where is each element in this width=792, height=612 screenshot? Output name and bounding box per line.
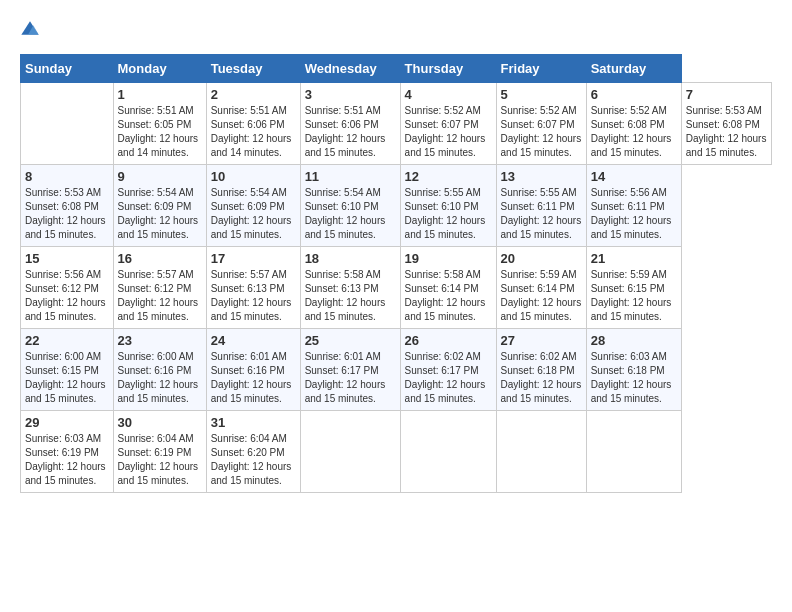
cell-info: Sunrise: 6:03 AMSunset: 6:19 PMDaylight:… — [25, 433, 106, 486]
cell-date: 4 — [405, 87, 492, 102]
cell-date: 25 — [305, 333, 396, 348]
cell-info: Sunrise: 5:53 AMSunset: 6:08 PMDaylight:… — [686, 105, 767, 158]
cell-date: 28 — [591, 333, 677, 348]
calendar-cell — [21, 83, 114, 165]
cell-info: Sunrise: 6:03 AMSunset: 6:18 PMDaylight:… — [591, 351, 672, 404]
calendar-cell: 13 Sunrise: 5:55 AMSunset: 6:11 PMDaylig… — [496, 165, 586, 247]
col-friday: Friday — [496, 55, 586, 83]
cell-date: 14 — [591, 169, 677, 184]
calendar-cell: 2 Sunrise: 5:51 AMSunset: 6:06 PMDayligh… — [206, 83, 300, 165]
cell-date: 13 — [501, 169, 582, 184]
cell-date: 3 — [305, 87, 396, 102]
cell-date: 16 — [118, 251, 202, 266]
cell-date: 30 — [118, 415, 202, 430]
calendar-cell: 27 Sunrise: 6:02 AMSunset: 6:18 PMDaylig… — [496, 329, 586, 411]
cell-date: 5 — [501, 87, 582, 102]
calendar-cell: 5 Sunrise: 5:52 AMSunset: 6:07 PMDayligh… — [496, 83, 586, 165]
cell-info: Sunrise: 5:58 AMSunset: 6:13 PMDaylight:… — [305, 269, 386, 322]
calendar-cell: 23 Sunrise: 6:00 AMSunset: 6:16 PMDaylig… — [113, 329, 206, 411]
cell-info: Sunrise: 5:51 AMSunset: 6:05 PMDaylight:… — [118, 105, 199, 158]
cell-info: Sunrise: 6:02 AMSunset: 6:18 PMDaylight:… — [501, 351, 582, 404]
cell-info: Sunrise: 6:00 AMSunset: 6:15 PMDaylight:… — [25, 351, 106, 404]
calendar-cell: 28 Sunrise: 6:03 AMSunset: 6:18 PMDaylig… — [586, 329, 681, 411]
cell-date: 1 — [118, 87, 202, 102]
calendar-cell: 25 Sunrise: 6:01 AMSunset: 6:17 PMDaylig… — [300, 329, 400, 411]
cell-date: 11 — [305, 169, 396, 184]
cell-date: 24 — [211, 333, 296, 348]
col-tuesday: Tuesday — [206, 55, 300, 83]
page-header — [20, 20, 772, 44]
calendar-cell: 20 Sunrise: 5:59 AMSunset: 6:14 PMDaylig… — [496, 247, 586, 329]
cell-info: Sunrise: 5:54 AMSunset: 6:10 PMDaylight:… — [305, 187, 386, 240]
calendar-cell: 19 Sunrise: 5:58 AMSunset: 6:14 PMDaylig… — [400, 247, 496, 329]
calendar-week-row: 8 Sunrise: 5:53 AMSunset: 6:08 PMDayligh… — [21, 165, 772, 247]
cell-info: Sunrise: 5:56 AMSunset: 6:12 PMDaylight:… — [25, 269, 106, 322]
cell-info: Sunrise: 5:52 AMSunset: 6:07 PMDaylight:… — [405, 105, 486, 158]
calendar-cell: 17 Sunrise: 5:57 AMSunset: 6:13 PMDaylig… — [206, 247, 300, 329]
cell-info: Sunrise: 5:52 AMSunset: 6:07 PMDaylight:… — [501, 105, 582, 158]
calendar-cell: 22 Sunrise: 6:00 AMSunset: 6:15 PMDaylig… — [21, 329, 114, 411]
calendar-table: Sunday Monday Tuesday Wednesday Thursday… — [20, 54, 772, 493]
cell-date: 10 — [211, 169, 296, 184]
cell-date: 27 — [501, 333, 582, 348]
calendar-cell: 7 Sunrise: 5:53 AMSunset: 6:08 PMDayligh… — [681, 83, 771, 165]
logo — [20, 20, 44, 44]
cell-info: Sunrise: 5:53 AMSunset: 6:08 PMDaylight:… — [25, 187, 106, 240]
calendar-cell: 9 Sunrise: 5:54 AMSunset: 6:09 PMDayligh… — [113, 165, 206, 247]
calendar-cell: 4 Sunrise: 5:52 AMSunset: 6:07 PMDayligh… — [400, 83, 496, 165]
calendar-cell — [300, 411, 400, 493]
cell-date: 19 — [405, 251, 492, 266]
cell-info: Sunrise: 6:02 AMSunset: 6:17 PMDaylight:… — [405, 351, 486, 404]
calendar-cell: 8 Sunrise: 5:53 AMSunset: 6:08 PMDayligh… — [21, 165, 114, 247]
cell-date: 12 — [405, 169, 492, 184]
cell-date: 7 — [686, 87, 767, 102]
calendar-week-row: 22 Sunrise: 6:00 AMSunset: 6:15 PMDaylig… — [21, 329, 772, 411]
calendar-cell: 11 Sunrise: 5:54 AMSunset: 6:10 PMDaylig… — [300, 165, 400, 247]
cell-date: 18 — [305, 251, 396, 266]
cell-date: 15 — [25, 251, 109, 266]
cell-date: 6 — [591, 87, 677, 102]
calendar-cell: 15 Sunrise: 5:56 AMSunset: 6:12 PMDaylig… — [21, 247, 114, 329]
col-thursday: Thursday — [400, 55, 496, 83]
calendar-cell: 6 Sunrise: 5:52 AMSunset: 6:08 PMDayligh… — [586, 83, 681, 165]
cell-date: 9 — [118, 169, 202, 184]
calendar-cell — [400, 411, 496, 493]
cell-info: Sunrise: 5:58 AMSunset: 6:14 PMDaylight:… — [405, 269, 486, 322]
cell-info: Sunrise: 5:54 AMSunset: 6:09 PMDaylight:… — [118, 187, 199, 240]
col-wednesday: Wednesday — [300, 55, 400, 83]
cell-info: Sunrise: 5:59 AMSunset: 6:14 PMDaylight:… — [501, 269, 582, 322]
cell-date: 8 — [25, 169, 109, 184]
cell-info: Sunrise: 5:51 AMSunset: 6:06 PMDaylight:… — [305, 105, 386, 158]
calendar-cell: 18 Sunrise: 5:58 AMSunset: 6:13 PMDaylig… — [300, 247, 400, 329]
col-monday: Monday — [113, 55, 206, 83]
calendar-cell — [496, 411, 586, 493]
cell-date: 22 — [25, 333, 109, 348]
cell-info: Sunrise: 5:51 AMSunset: 6:06 PMDaylight:… — [211, 105, 292, 158]
cell-info: Sunrise: 5:57 AMSunset: 6:13 PMDaylight:… — [211, 269, 292, 322]
cell-info: Sunrise: 5:52 AMSunset: 6:08 PMDaylight:… — [591, 105, 672, 158]
cell-info: Sunrise: 5:59 AMSunset: 6:15 PMDaylight:… — [591, 269, 672, 322]
cell-info: Sunrise: 6:04 AMSunset: 6:20 PMDaylight:… — [211, 433, 292, 486]
cell-date: 29 — [25, 415, 109, 430]
calendar-cell: 21 Sunrise: 5:59 AMSunset: 6:15 PMDaylig… — [586, 247, 681, 329]
calendar-cell — [586, 411, 681, 493]
cell-date: 20 — [501, 251, 582, 266]
calendar-cell: 31 Sunrise: 6:04 AMSunset: 6:20 PMDaylig… — [206, 411, 300, 493]
calendar-cell: 24 Sunrise: 6:01 AMSunset: 6:16 PMDaylig… — [206, 329, 300, 411]
col-saturday: Saturday — [586, 55, 681, 83]
cell-date: 21 — [591, 251, 677, 266]
cell-date: 17 — [211, 251, 296, 266]
cell-info: Sunrise: 5:57 AMSunset: 6:12 PMDaylight:… — [118, 269, 199, 322]
cell-info: Sunrise: 5:54 AMSunset: 6:09 PMDaylight:… — [211, 187, 292, 240]
logo-icon — [20, 20, 40, 40]
cell-date: 23 — [118, 333, 202, 348]
cell-date: 26 — [405, 333, 492, 348]
calendar-cell: 10 Sunrise: 5:54 AMSunset: 6:09 PMDaylig… — [206, 165, 300, 247]
calendar-cell: 29 Sunrise: 6:03 AMSunset: 6:19 PMDaylig… — [21, 411, 114, 493]
calendar-cell: 26 Sunrise: 6:02 AMSunset: 6:17 PMDaylig… — [400, 329, 496, 411]
cell-info: Sunrise: 5:55 AMSunset: 6:10 PMDaylight:… — [405, 187, 486, 240]
calendar-header-row: Sunday Monday Tuesday Wednesday Thursday… — [21, 55, 772, 83]
calendar-cell: 14 Sunrise: 5:56 AMSunset: 6:11 PMDaylig… — [586, 165, 681, 247]
cell-info: Sunrise: 6:04 AMSunset: 6:19 PMDaylight:… — [118, 433, 199, 486]
calendar-cell: 16 Sunrise: 5:57 AMSunset: 6:12 PMDaylig… — [113, 247, 206, 329]
